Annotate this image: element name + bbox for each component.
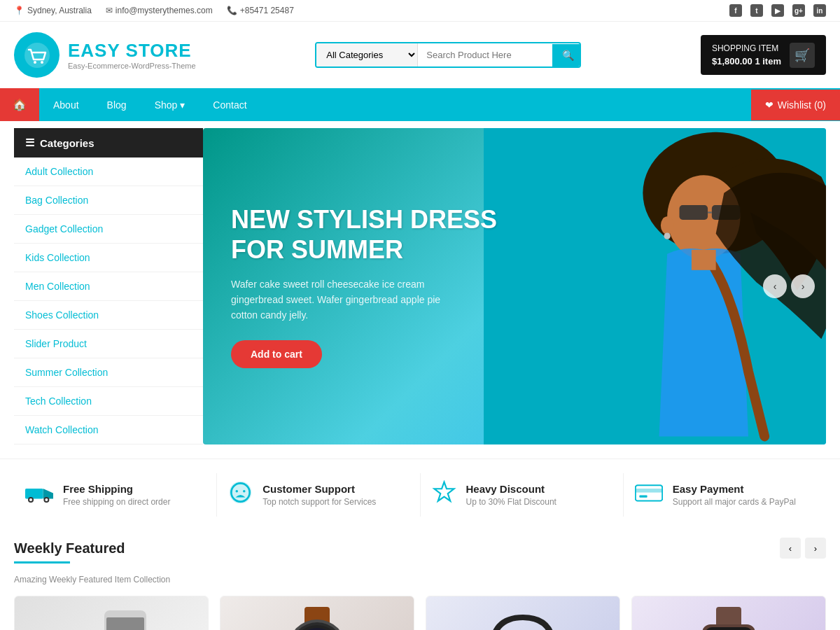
svg-point-2 xyxy=(41,61,43,64)
heart-icon: ❤ xyxy=(765,99,774,111)
feature-support-title: Customer Support xyxy=(262,483,376,495)
svg-point-0 xyxy=(24,43,50,68)
product-image-watch2: EMPORIO ARMANI xyxy=(632,596,825,630)
svg-rect-11 xyxy=(691,250,715,270)
sidebar-item-adult[interactable]: Adult Collection xyxy=(14,158,203,186)
cart-area[interactable]: SHOPPING ITEM $1,800.00 1 item 🛒 xyxy=(701,35,826,76)
logo-title: EASY STORE xyxy=(68,40,196,62)
payment-icon xyxy=(635,482,663,508)
sidebar-item-shoes[interactable]: Shoes Collection xyxy=(14,301,203,330)
feature-shipping-title: Free Shipping xyxy=(63,483,170,495)
search-area: All Categories Adult Collection Bag Coll… xyxy=(315,42,581,68)
weekly-subtitle: Amazing Weekly Featured Item Collection xyxy=(14,575,826,584)
slider-prev-button[interactable]: ‹ xyxy=(763,274,787,298)
facebook-icon[interactable]: f xyxy=(729,4,742,17)
sidebar-header: ☰ Categories xyxy=(14,128,203,158)
logo-text: EASY STORE Easy-Ecommerce-WordPress-Them… xyxy=(68,40,196,70)
sidebar-item-bag[interactable]: Bag Collection xyxy=(14,186,203,215)
weekly-featured-section: Weekly Featured ‹ › Amazing Weekly Featu… xyxy=(0,531,840,630)
product-card-headphones[interactable] xyxy=(426,596,620,630)
svg-rect-25 xyxy=(639,495,647,497)
product-image-headphones xyxy=(426,596,620,630)
slider-next-button[interactable]: › xyxy=(791,274,815,298)
product-card-watch1[interactable] xyxy=(220,596,414,630)
category-select[interactable]: All Categories Adult Collection Bag Coll… xyxy=(316,43,418,66)
svg-point-20 xyxy=(236,490,239,493)
slider-description: Wafer cake sweet roll cheesecake ice cre… xyxy=(231,276,469,323)
svg-point-21 xyxy=(243,490,246,493)
feature-support-text: Customer Support Top notch support for S… xyxy=(262,483,376,507)
search-input[interactable] xyxy=(418,44,552,66)
feature-payment-desc: Support all major cards & PayPal xyxy=(673,497,796,507)
cart-items: 1 item xyxy=(755,56,781,66)
slider-title: NEW STYLISH DRESS FOR SUMMER xyxy=(231,204,497,265)
logo-subtitle: Easy-Ecommerce-WordPress-Theme xyxy=(68,62,196,70)
product-image-watch1 xyxy=(220,596,414,630)
feature-discount-desc: Up to 30% Flat Discount xyxy=(466,497,556,507)
nav-about-label: About xyxy=(53,99,79,111)
cart-logo-svg xyxy=(23,41,51,69)
sidebar-item-gadget[interactable]: Gadget Collection xyxy=(14,215,203,244)
weekly-title-area: Weekly Featured xyxy=(14,540,125,556)
svg-rect-55 xyxy=(705,627,752,630)
product-card-phone[interactable] xyxy=(14,596,209,630)
wishlist-button[interactable]: ❤ Wishlist (0) xyxy=(751,90,840,120)
svg-rect-27 xyxy=(106,617,144,630)
svg-point-18 xyxy=(230,482,252,504)
sidebar-item-tech[interactable]: Tech Collection xyxy=(14,387,203,416)
shipping-icon xyxy=(25,482,53,508)
logo-icon xyxy=(14,32,59,78)
nav-home-button[interactable]: 🏠 xyxy=(0,88,39,121)
sidebar-item-watch[interactable]: Watch Collection xyxy=(14,416,203,444)
nav-shop-chevron: ▾ xyxy=(180,99,185,111)
svg-rect-24 xyxy=(636,489,662,493)
svg-rect-12 xyxy=(25,489,43,498)
weekly-header: Weekly Featured ‹ › xyxy=(14,538,826,559)
top-bar: 📍 Sydney, Australia ✉ info@mysterythemes… xyxy=(0,0,840,22)
location-icon: 📍 xyxy=(14,6,24,15)
twitter-icon[interactable]: t xyxy=(750,4,763,17)
svg-marker-22 xyxy=(434,482,454,501)
sidebar-item-kids[interactable]: Kids Collection xyxy=(14,244,203,272)
nav-contact[interactable]: Contact xyxy=(199,90,260,120)
sidebar-item-summer[interactable]: Summer Collection xyxy=(14,358,203,387)
feature-discount-text: Heavy Discount Up to 30% Flat Discount xyxy=(466,483,556,507)
feature-payment-text: Easy Payment Support all major cards & P… xyxy=(673,483,796,507)
google-plus-icon[interactable]: g+ xyxy=(792,4,805,17)
nav-shop[interactable]: Shop ▾ xyxy=(141,90,200,120)
nav-shop-label: Shop xyxy=(155,99,178,111)
weekly-prev-button[interactable]: ‹ xyxy=(780,538,801,559)
menu-icon: ☰ xyxy=(25,136,34,149)
slider-add-to-cart[interactable]: Add to cart xyxy=(231,340,322,368)
weekly-underline xyxy=(14,561,70,564)
sidebar-title: Categories xyxy=(40,137,94,149)
nav-about[interactable]: About xyxy=(39,90,93,120)
youtube-icon[interactable]: ▶ xyxy=(771,4,784,17)
search-button[interactable]: 🔍 xyxy=(552,44,581,66)
nav-contact-label: Contact xyxy=(213,99,246,111)
email-text: info@mysterythemes.com xyxy=(115,6,213,15)
email-icon: ✉ xyxy=(106,6,113,15)
svg-rect-6 xyxy=(679,205,708,220)
nav-bar: 🏠 About Blog Shop ▾ Contact ❤ Wishlist (… xyxy=(0,88,840,121)
sidebar-item-men[interactable]: Men Collection xyxy=(14,272,203,301)
cart-icon: 🛒 xyxy=(790,43,815,68)
weekly-next-button[interactable]: › xyxy=(805,538,826,559)
main-content: ☰ Categories Adult Collection Bag Collec… xyxy=(0,128,840,444)
svg-point-17 xyxy=(45,498,48,501)
hero-slider: NEW STYLISH DRESS FOR SUMMER Wafer cake … xyxy=(203,128,826,444)
support-icon xyxy=(228,480,253,510)
svg-rect-23 xyxy=(636,485,662,500)
svg-point-1 xyxy=(34,61,36,64)
phone-text: +85471 25487 xyxy=(240,6,294,15)
sidebar: ☰ Categories Adult Collection Bag Collec… xyxy=(14,128,203,444)
email-info: ✉ info@mysterythemes.com xyxy=(106,6,213,15)
nav-blog[interactable]: Blog xyxy=(93,90,141,120)
sidebar-item-slider[interactable]: Slider Product xyxy=(14,330,203,358)
cart-label: SHOPPING ITEM xyxy=(712,42,781,55)
weekly-title: Weekly Featured xyxy=(14,540,125,556)
features-bar: Free Shipping Free shipping on direct or… xyxy=(0,458,840,531)
wishlist-label: Wishlist (0) xyxy=(778,99,826,111)
linkedin-icon[interactable]: in xyxy=(813,4,826,17)
product-card-watch2[interactable]: EMPORIO ARMANI xyxy=(631,596,826,630)
